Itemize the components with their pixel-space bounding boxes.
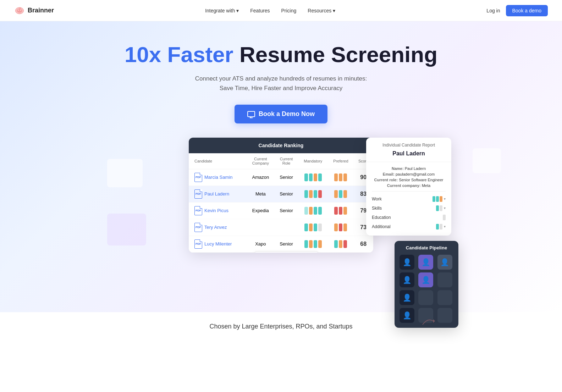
candidate-name[interactable]: PDF Kevin Picus xyxy=(194,206,244,215)
pipeline-avatar: 👤 xyxy=(437,255,452,270)
report-sections: Work ▾ Skills xyxy=(372,191,446,231)
score: 68 xyxy=(354,236,373,252)
report-section-additional: Additional ▾ xyxy=(372,222,446,231)
report-body: Name: Paul Ladern Email: pauladern@gmail… xyxy=(366,162,451,236)
mandatory-bars xyxy=(301,223,325,231)
chevron-down-icon: ▾ xyxy=(333,8,335,13)
work-bars xyxy=(432,196,442,202)
nav-integrate[interactable]: Integrate with ▾ xyxy=(205,8,239,13)
hero-title: 10x Faster Resume Screening xyxy=(14,43,548,67)
chevron-icon[interactable]: ▾ xyxy=(444,197,446,201)
candidate-name[interactable]: PDF Paul Ladern xyxy=(194,189,244,199)
pipeline-grid: 👤 👤 👤 👤 👤 xyxy=(395,255,458,328)
report-role-field: Current role: Senior Software Engineer xyxy=(372,178,446,182)
table-row: PDF Kevin Picus Expedia Senior xyxy=(189,202,373,219)
col-mandatory: Mandatory xyxy=(298,153,328,169)
additional-bars xyxy=(436,224,442,230)
ranking-header: Candidate Ranking xyxy=(189,138,373,153)
deco-box-bottom-left xyxy=(107,214,146,245)
report-title: Individual Candidate Report xyxy=(372,143,446,148)
skill-tooltip: There is no mention of TypeScript in the… xyxy=(254,251,318,253)
pipeline-avatar: 👤 xyxy=(400,255,414,270)
col-prefered: Prefered xyxy=(328,153,353,169)
table-row: PDF Tery Anvez xyxy=(189,219,373,236)
hero-subtitle: Connect your ATS and analyze hundreds of… xyxy=(14,74,548,93)
mandatory-bars xyxy=(301,190,325,198)
report-name-field: Name: Paul Ladern xyxy=(372,166,446,171)
pipeline-avatar: 👤 xyxy=(400,272,414,287)
skills-bars xyxy=(436,205,442,211)
deco-box-left xyxy=(107,159,143,187)
chevron-down-icon: ▾ xyxy=(236,8,239,13)
pdf-icon: PDF xyxy=(194,173,202,182)
login-button[interactable]: Log in xyxy=(486,8,500,13)
pipeline-avatar: 👤 xyxy=(418,272,433,287)
nav-pricing[interactable]: Pricing xyxy=(281,8,296,13)
pipeline-empty-slot xyxy=(418,308,433,323)
person-icon: 👤 xyxy=(422,258,430,266)
nav-features[interactable]: Features xyxy=(250,8,270,13)
pipeline-avatar: 👤 xyxy=(418,255,433,270)
person-icon: 👤 xyxy=(403,258,412,266)
deco-box-right xyxy=(473,148,501,173)
navbar: Brainner Integrate with ▾ Features Prici… xyxy=(0,0,562,21)
brand-name: Brainner xyxy=(28,7,54,14)
candidate-name[interactable]: PDF Tery Anvez xyxy=(194,223,244,232)
svg-point-1 xyxy=(18,9,19,10)
pipeline-avatar: 👤 xyxy=(400,308,414,323)
pipeline-empty-slot xyxy=(418,290,433,305)
book-demo-nav-button[interactable]: Book a demo xyxy=(506,5,548,16)
report-candidate-name: Paul Ladern xyxy=(372,150,446,157)
mandatory-bars xyxy=(301,240,325,248)
table-row: PDF Lucy Milenter Xapo Senior xyxy=(189,236,373,252)
pdf-icon: PDF xyxy=(194,206,202,215)
col-role: CurrentRole xyxy=(275,153,298,169)
report-section-work: Work ▾ xyxy=(372,194,446,204)
person-icon: 👤 xyxy=(422,276,430,284)
prefered-bars xyxy=(331,240,351,248)
chevron-icon[interactable]: ▾ xyxy=(444,206,446,210)
education-bars xyxy=(443,215,446,220)
dashboard-area: Candidate Ranking Candidate CurrentCompa… xyxy=(14,138,548,274)
table-row: PDF Marcia Samin Amazon Senior xyxy=(189,169,373,186)
report-section-skills: Skills ▾ xyxy=(372,204,446,213)
candidate-pipeline-panel: Candidate Pipeline 👤 👤 👤 👤 xyxy=(395,241,458,328)
pipeline-empty-slot xyxy=(437,308,452,323)
brand-logo[interactable]: Brainner xyxy=(14,6,54,15)
col-company: CurrentCompany xyxy=(247,153,275,169)
monitor-icon xyxy=(247,111,255,117)
prefered-bars xyxy=(331,207,351,215)
person-icon: 👤 xyxy=(403,311,412,320)
chevron-icon[interactable]: ▾ xyxy=(444,225,446,228)
pipeline-empty-slot xyxy=(437,290,452,305)
candidate-name[interactable]: PDF Lucy Milenter xyxy=(194,239,244,249)
report-email-field: Email: pauladern@gmail.com xyxy=(372,172,446,176)
candidate-report-panel: Individual Candidate Report Paul Ladern … xyxy=(366,138,451,236)
person-icon: 👤 xyxy=(403,276,412,284)
nav-links: Integrate with ▾ Features Pricing Resour… xyxy=(205,8,335,13)
candidate-ranking-panel: Candidate Ranking Candidate CurrentCompa… xyxy=(189,138,373,253)
ranking-table: Candidate CurrentCompany CurrentRole Man… xyxy=(189,153,373,253)
report-header: Individual Candidate Report Paul Ladern xyxy=(366,138,451,162)
report-section-education: Education xyxy=(372,213,446,222)
report-company-field: Current company: Meta xyxy=(372,183,446,188)
svg-marker-3 xyxy=(433,319,435,323)
nav-actions: Log in Book a demo xyxy=(486,5,548,16)
table-row: PDF Paul Ladern Meta Senior xyxy=(189,186,373,202)
person-icon: 👤 xyxy=(403,293,412,302)
svg-point-2 xyxy=(20,9,21,10)
pdf-icon: PDF xyxy=(194,223,202,232)
candidate-name[interactable]: PDF Marcia Samin xyxy=(194,173,244,182)
prefered-bars xyxy=(331,173,351,181)
mandatory-bars xyxy=(301,207,325,215)
nav-resources[interactable]: Resources ▾ xyxy=(308,8,335,13)
mandatory-bars xyxy=(301,173,325,181)
col-candidate: Candidate xyxy=(189,153,247,169)
pipeline-empty-slot xyxy=(437,272,452,287)
prefered-bars xyxy=(331,190,351,198)
pipeline-avatar: 👤 xyxy=(400,290,414,305)
pdf-icon: PDF xyxy=(194,189,202,199)
book-demo-cta-button[interactable]: Book a Demo Now xyxy=(235,105,327,123)
prefered-bars xyxy=(331,223,351,231)
pdf-icon: PDF xyxy=(194,239,202,249)
